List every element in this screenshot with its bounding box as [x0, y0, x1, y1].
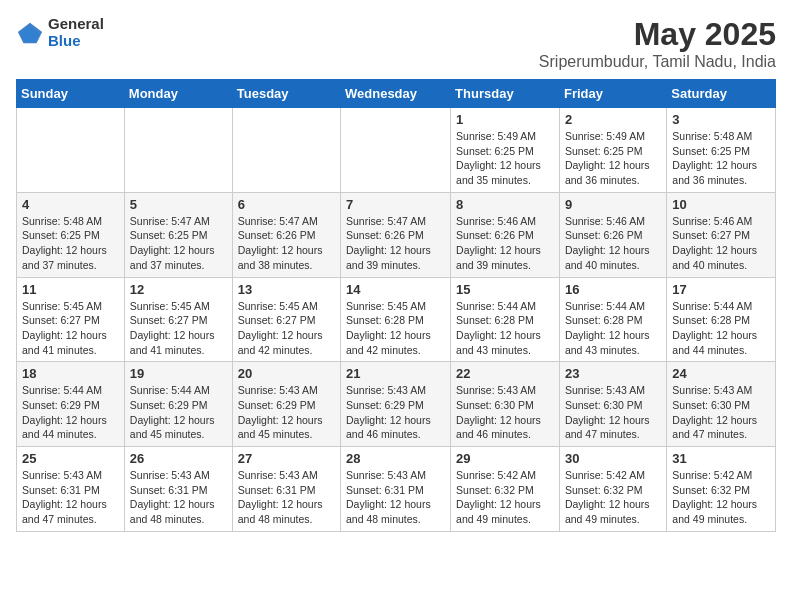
day-number: 26 — [130, 451, 227, 466]
calendar-cell: 15Sunrise: 5:44 AMSunset: 6:28 PMDayligh… — [451, 277, 560, 362]
day-info: Sunrise: 5:43 AMSunset: 6:30 PMDaylight:… — [456, 383, 554, 442]
day-number: 1 — [456, 112, 554, 127]
calendar-cell: 21Sunrise: 5:43 AMSunset: 6:29 PMDayligh… — [341, 362, 451, 447]
calendar-cell: 29Sunrise: 5:42 AMSunset: 6:32 PMDayligh… — [451, 447, 560, 532]
day-number: 2 — [565, 112, 661, 127]
calendar-cell: 1Sunrise: 5:49 AMSunset: 6:25 PMDaylight… — [451, 108, 560, 193]
calendar-cell: 12Sunrise: 5:45 AMSunset: 6:27 PMDayligh… — [124, 277, 232, 362]
day-info: Sunrise: 5:47 AMSunset: 6:26 PMDaylight:… — [238, 214, 335, 273]
week-row-4: 18Sunrise: 5:44 AMSunset: 6:29 PMDayligh… — [17, 362, 776, 447]
calendar-cell: 3Sunrise: 5:48 AMSunset: 6:25 PMDaylight… — [667, 108, 776, 193]
day-number: 6 — [238, 197, 335, 212]
calendar-cell: 19Sunrise: 5:44 AMSunset: 6:29 PMDayligh… — [124, 362, 232, 447]
day-number: 16 — [565, 282, 661, 297]
calendar-cell: 26Sunrise: 5:43 AMSunset: 6:31 PMDayligh… — [124, 447, 232, 532]
day-header-tuesday: Tuesday — [232, 80, 340, 108]
day-info: Sunrise: 5:47 AMSunset: 6:25 PMDaylight:… — [130, 214, 227, 273]
day-number: 28 — [346, 451, 445, 466]
day-number: 19 — [130, 366, 227, 381]
calendar-cell: 13Sunrise: 5:45 AMSunset: 6:27 PMDayligh… — [232, 277, 340, 362]
day-header-saturday: Saturday — [667, 80, 776, 108]
day-info: Sunrise: 5:47 AMSunset: 6:26 PMDaylight:… — [346, 214, 445, 273]
day-info: Sunrise: 5:42 AMSunset: 6:32 PMDaylight:… — [672, 468, 770, 527]
week-row-2: 4Sunrise: 5:48 AMSunset: 6:25 PMDaylight… — [17, 192, 776, 277]
title-location: Sriperumbudur, Tamil Nadu, India — [539, 53, 776, 71]
calendar-cell: 5Sunrise: 5:47 AMSunset: 6:25 PMDaylight… — [124, 192, 232, 277]
day-info: Sunrise: 5:42 AMSunset: 6:32 PMDaylight:… — [565, 468, 661, 527]
day-info: Sunrise: 5:44 AMSunset: 6:28 PMDaylight:… — [456, 299, 554, 358]
day-number: 24 — [672, 366, 770, 381]
calendar-cell: 23Sunrise: 5:43 AMSunset: 6:30 PMDayligh… — [559, 362, 666, 447]
day-header-sunday: Sunday — [17, 80, 125, 108]
calendar-cell: 30Sunrise: 5:42 AMSunset: 6:32 PMDayligh… — [559, 447, 666, 532]
week-row-5: 25Sunrise: 5:43 AMSunset: 6:31 PMDayligh… — [17, 447, 776, 532]
title-month: May 2025 — [539, 16, 776, 53]
week-row-1: 1Sunrise: 5:49 AMSunset: 6:25 PMDaylight… — [17, 108, 776, 193]
calendar-cell: 31Sunrise: 5:42 AMSunset: 6:32 PMDayligh… — [667, 447, 776, 532]
day-number: 13 — [238, 282, 335, 297]
day-info: Sunrise: 5:43 AMSunset: 6:31 PMDaylight:… — [130, 468, 227, 527]
page-header: General Blue May 2025 Sriperumbudur, Tam… — [16, 16, 776, 71]
day-info: Sunrise: 5:44 AMSunset: 6:28 PMDaylight:… — [672, 299, 770, 358]
calendar-cell: 4Sunrise: 5:48 AMSunset: 6:25 PMDaylight… — [17, 192, 125, 277]
logo-icon — [16, 19, 44, 47]
day-info: Sunrise: 5:44 AMSunset: 6:28 PMDaylight:… — [565, 299, 661, 358]
day-header-monday: Monday — [124, 80, 232, 108]
day-number: 22 — [456, 366, 554, 381]
day-info: Sunrise: 5:43 AMSunset: 6:29 PMDaylight:… — [238, 383, 335, 442]
day-number: 20 — [238, 366, 335, 381]
calendar-cell: 9Sunrise: 5:46 AMSunset: 6:26 PMDaylight… — [559, 192, 666, 277]
day-number: 31 — [672, 451, 770, 466]
day-info: Sunrise: 5:43 AMSunset: 6:31 PMDaylight:… — [238, 468, 335, 527]
logo-text: General Blue — [48, 16, 104, 49]
logo-general: General — [48, 16, 104, 33]
day-number: 23 — [565, 366, 661, 381]
calendar-cell: 24Sunrise: 5:43 AMSunset: 6:30 PMDayligh… — [667, 362, 776, 447]
logo-blue: Blue — [48, 33, 104, 50]
day-header-friday: Friday — [559, 80, 666, 108]
calendar-cell: 11Sunrise: 5:45 AMSunset: 6:27 PMDayligh… — [17, 277, 125, 362]
calendar-cell: 7Sunrise: 5:47 AMSunset: 6:26 PMDaylight… — [341, 192, 451, 277]
day-number: 8 — [456, 197, 554, 212]
calendar-cell: 16Sunrise: 5:44 AMSunset: 6:28 PMDayligh… — [559, 277, 666, 362]
day-info: Sunrise: 5:49 AMSunset: 6:25 PMDaylight:… — [565, 129, 661, 188]
calendar-cell: 14Sunrise: 5:45 AMSunset: 6:28 PMDayligh… — [341, 277, 451, 362]
day-number: 27 — [238, 451, 335, 466]
day-info: Sunrise: 5:46 AMSunset: 6:26 PMDaylight:… — [456, 214, 554, 273]
week-row-3: 11Sunrise: 5:45 AMSunset: 6:27 PMDayligh… — [17, 277, 776, 362]
calendar-cell — [341, 108, 451, 193]
day-info: Sunrise: 5:45 AMSunset: 6:27 PMDaylight:… — [130, 299, 227, 358]
calendar-cell — [124, 108, 232, 193]
calendar-table: SundayMondayTuesdayWednesdayThursdayFrid… — [16, 79, 776, 532]
day-number: 12 — [130, 282, 227, 297]
day-info: Sunrise: 5:46 AMSunset: 6:26 PMDaylight:… — [565, 214, 661, 273]
day-number: 9 — [565, 197, 661, 212]
calendar-cell — [232, 108, 340, 193]
calendar-cell: 17Sunrise: 5:44 AMSunset: 6:28 PMDayligh… — [667, 277, 776, 362]
day-info: Sunrise: 5:43 AMSunset: 6:30 PMDaylight:… — [565, 383, 661, 442]
day-number: 3 — [672, 112, 770, 127]
title-block: May 2025 Sriperumbudur, Tamil Nadu, Indi… — [539, 16, 776, 71]
header-row: SundayMondayTuesdayWednesdayThursdayFrid… — [17, 80, 776, 108]
day-info: Sunrise: 5:43 AMSunset: 6:29 PMDaylight:… — [346, 383, 445, 442]
day-number: 14 — [346, 282, 445, 297]
day-info: Sunrise: 5:45 AMSunset: 6:28 PMDaylight:… — [346, 299, 445, 358]
day-info: Sunrise: 5:43 AMSunset: 6:30 PMDaylight:… — [672, 383, 770, 442]
day-number: 11 — [22, 282, 119, 297]
logo: General Blue — [16, 16, 104, 49]
day-info: Sunrise: 5:43 AMSunset: 6:31 PMDaylight:… — [346, 468, 445, 527]
day-info: Sunrise: 5:48 AMSunset: 6:25 PMDaylight:… — [22, 214, 119, 273]
day-number: 7 — [346, 197, 445, 212]
day-info: Sunrise: 5:44 AMSunset: 6:29 PMDaylight:… — [130, 383, 227, 442]
day-number: 17 — [672, 282, 770, 297]
day-info: Sunrise: 5:42 AMSunset: 6:32 PMDaylight:… — [456, 468, 554, 527]
day-info: Sunrise: 5:45 AMSunset: 6:27 PMDaylight:… — [238, 299, 335, 358]
day-number: 5 — [130, 197, 227, 212]
day-header-wednesday: Wednesday — [341, 80, 451, 108]
day-header-thursday: Thursday — [451, 80, 560, 108]
day-info: Sunrise: 5:43 AMSunset: 6:31 PMDaylight:… — [22, 468, 119, 527]
calendar-cell: 27Sunrise: 5:43 AMSunset: 6:31 PMDayligh… — [232, 447, 340, 532]
calendar-cell: 28Sunrise: 5:43 AMSunset: 6:31 PMDayligh… — [341, 447, 451, 532]
day-info: Sunrise: 5:45 AMSunset: 6:27 PMDaylight:… — [22, 299, 119, 358]
calendar-cell: 8Sunrise: 5:46 AMSunset: 6:26 PMDaylight… — [451, 192, 560, 277]
